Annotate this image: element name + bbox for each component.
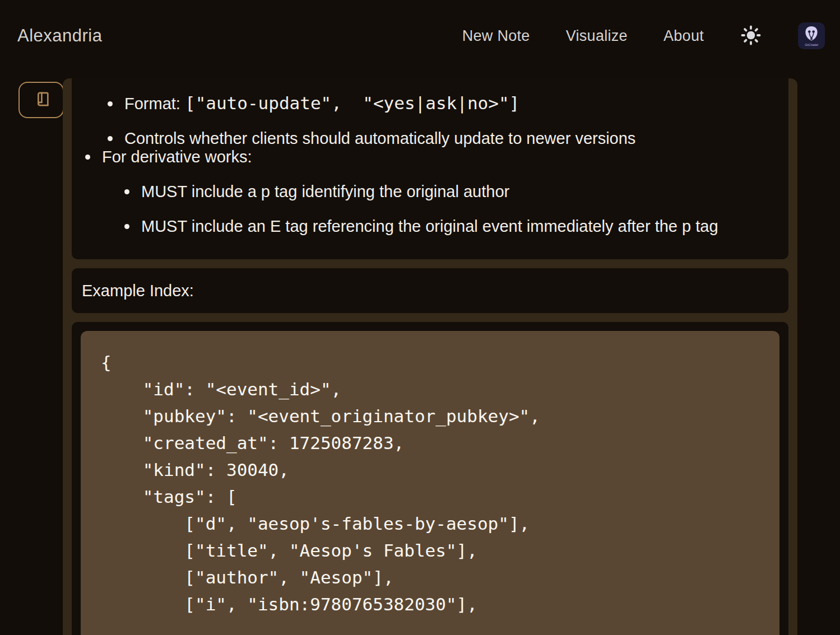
- code-card: { "id": "<event_id>", "pubkey": "<event_…: [72, 322, 788, 635]
- example-index-label: Example Index:: [82, 282, 194, 300]
- bullet-controls: Controls whether clients should automati…: [108, 129, 758, 148]
- bullet-dot: [124, 224, 129, 229]
- json-code-block[interactable]: { "id": "<event_id>", "pubkey": "<event_…: [81, 331, 779, 635]
- inline-code-format: ["auto-update", "<yes|ask|no>"]: [185, 93, 519, 113]
- bullet-dot: [85, 155, 90, 160]
- example-index-card: Example Index:: [72, 268, 788, 313]
- code-line: "id": "<event_id>",: [101, 376, 759, 403]
- navbar: Alexandria New Note Visualize About: [0, 0, 840, 72]
- spec-sublist-must: MUST include a p tag identifying the ori…: [124, 183, 758, 236]
- code-line: "pubkey": "<event_originator_pubkey>",: [101, 403, 759, 429]
- nav-links: New Note Visualize About: [462, 22, 825, 49]
- spec-list: Format: ["auto-update", "<yes|ask|no>"] …: [85, 95, 758, 236]
- nav-link-about[interactable]: About: [663, 27, 704, 45]
- svg-text:GitCitadel: GitCitadel: [805, 43, 818, 46]
- code-line: ["i", "isbn:9780765382030"],: [101, 591, 759, 618]
- table-of-contents-button[interactable]: [18, 82, 64, 118]
- sun-icon: [740, 25, 762, 48]
- content-panel: Format: ["auto-update", "<yes|ask|no>"] …: [63, 78, 797, 635]
- bullet-derivative-works: For derivative works: MUST include a p t…: [85, 148, 758, 236]
- spec-sublist-format: Format: ["auto-update", "<yes|ask|no>"] …: [108, 95, 758, 148]
- theme-toggle-button[interactable]: [740, 25, 762, 47]
- code-line: ["d", "aesop's-fables-by-aesop"],: [101, 510, 759, 537]
- bullet-must-p-tag: MUST include a p tag identifying the ori…: [124, 183, 758, 201]
- spec-card: Format: ["auto-update", "<yes|ask|no>"] …: [72, 78, 788, 259]
- code-line: ["author", "Aesop"],: [101, 564, 759, 591]
- bullet-dot: [108, 136, 113, 141]
- bullet-dot: [124, 189, 129, 194]
- bullet-format: Format: ["auto-update", "<yes|ask|no>"]: [108, 95, 758, 113]
- bullet-dot: [108, 101, 113, 106]
- book-icon: [32, 90, 51, 110]
- bullet-must-e-tag: MUST include an E tag referencing the or…: [124, 217, 758, 236]
- nav-link-new-note[interactable]: New Note: [462, 27, 530, 45]
- code-line: "created_at": 1725087283,: [101, 429, 759, 456]
- code-line: ["title", "Aesop's Fables"],: [101, 537, 759, 564]
- code-line: {: [101, 349, 759, 376]
- app-title: Alexandria: [17, 26, 102, 46]
- page: Alexandria New Note Visualize About: [0, 0, 840, 635]
- code-line: "kind": 30040,: [101, 456, 759, 483]
- gitcitadel-logo[interactable]: GitCitadel: [798, 22, 825, 49]
- code-line: "tags": [: [101, 483, 759, 510]
- nav-link-visualize[interactable]: Visualize: [566, 27, 628, 45]
